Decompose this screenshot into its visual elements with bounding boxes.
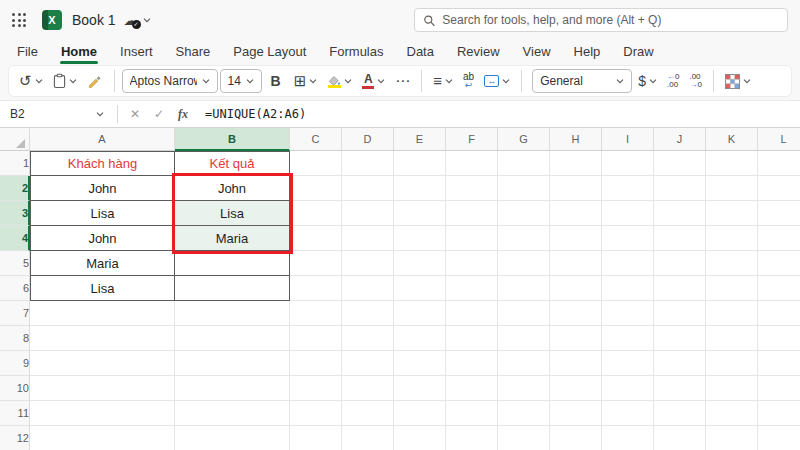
cell[interactable] [394, 426, 446, 450]
cell[interactable] [394, 351, 446, 376]
cell[interactable] [706, 176, 758, 201]
bold-button[interactable]: B [264, 70, 288, 92]
search-input[interactable] [442, 13, 779, 27]
currency-format-button[interactable]: $ [634, 70, 661, 92]
align-button[interactable]: ≡ [429, 70, 457, 92]
undo-button[interactable]: ↺ [15, 70, 47, 92]
tab-file[interactable]: File [16, 42, 39, 63]
row-header-4[interactable]: 4 [0, 226, 30, 251]
cell[interactable] [498, 326, 550, 351]
cell[interactable] [446, 151, 498, 176]
row-header-10[interactable]: 10 [0, 376, 30, 401]
tab-draw[interactable]: Draw [622, 42, 654, 63]
cell[interactable] [175, 351, 290, 376]
cell[interactable] [758, 376, 800, 401]
cell[interactable] [654, 301, 706, 326]
cell[interactable] [290, 326, 342, 351]
cell[interactable] [342, 376, 394, 401]
cell[interactable] [602, 151, 654, 176]
cell[interactable] [654, 226, 706, 251]
cell[interactable] [342, 351, 394, 376]
cell[interactable] [394, 401, 446, 426]
tab-view[interactable]: View [522, 42, 552, 63]
cell[interactable] [446, 401, 498, 426]
column-header-J[interactable]: J [654, 128, 706, 151]
chevron-down-icon[interactable] [377, 79, 385, 84]
app-launcher-waffle-icon[interactable] [12, 13, 26, 27]
cell[interactable] [654, 176, 706, 201]
tab-data[interactable]: Data [406, 42, 435, 63]
cell[interactable] [446, 301, 498, 326]
chevron-down-icon[interactable] [344, 79, 352, 84]
cell[interactable] [290, 301, 342, 326]
cell[interactable] [550, 201, 602, 226]
chevron-down-icon[interactable] [649, 79, 657, 84]
column-header-I[interactable]: I [602, 128, 654, 151]
cell[interactable] [602, 251, 654, 276]
more-font-options-button[interactable]: ⋯ [391, 70, 414, 92]
cell-A4[interactable]: John [30, 226, 175, 251]
search-box[interactable] [414, 8, 788, 32]
cell[interactable] [394, 251, 446, 276]
name-box[interactable]: B2 [0, 101, 112, 127]
cell[interactable] [446, 176, 498, 201]
increase-decimal-button[interactable]: .00→0 [685, 70, 705, 92]
cell[interactable] [550, 426, 602, 450]
cell[interactable] [602, 351, 654, 376]
chevron-down-icon[interactable] [309, 79, 317, 84]
cell[interactable] [706, 301, 758, 326]
cell[interactable] [654, 351, 706, 376]
cell[interactable] [758, 301, 800, 326]
column-header-G[interactable]: G [498, 128, 550, 151]
tab-review[interactable]: Review [456, 42, 501, 63]
cell[interactable] [758, 151, 800, 176]
cell-A6[interactable]: Lisa [30, 276, 175, 301]
cell[interactable] [550, 176, 602, 201]
cell[interactable] [290, 251, 342, 276]
cell[interactable] [394, 176, 446, 201]
cell[interactable] [394, 376, 446, 401]
row-header-7[interactable]: 7 [0, 301, 30, 326]
insert-function-fx-button[interactable]: fx [171, 107, 195, 122]
cell[interactable] [175, 301, 290, 326]
cell[interactable] [706, 276, 758, 301]
cell[interactable] [654, 201, 706, 226]
cell[interactable] [342, 201, 394, 226]
tab-share[interactable]: Share [175, 42, 212, 63]
row-header-8[interactable]: 8 [0, 326, 30, 351]
cell[interactable] [30, 326, 175, 351]
cell[interactable] [602, 426, 654, 450]
cell[interactable] [498, 401, 550, 426]
document-title[interactable]: Book 1 [72, 12, 116, 28]
conditional-formatting-button[interactable] [721, 71, 755, 92]
cell[interactable] [394, 201, 446, 226]
cell[interactable] [758, 276, 800, 301]
cell[interactable] [446, 201, 498, 226]
cell[interactable] [446, 226, 498, 251]
column-header-L[interactable]: L [758, 128, 800, 151]
cell[interactable] [498, 351, 550, 376]
cell[interactable] [550, 276, 602, 301]
cell[interactable] [175, 326, 290, 351]
column-header-D[interactable]: D [342, 128, 394, 151]
cell-B2[interactable]: John [175, 176, 290, 201]
cell[interactable] [498, 176, 550, 201]
cell-B4[interactable]: Maria [175, 226, 290, 251]
cell[interactable] [394, 151, 446, 176]
font-size-select[interactable]: 14 [220, 69, 262, 93]
cell[interactable] [498, 251, 550, 276]
cell[interactable] [550, 301, 602, 326]
cell[interactable] [498, 426, 550, 450]
cell[interactable] [342, 151, 394, 176]
cell[interactable] [758, 351, 800, 376]
cell-A1[interactable]: Khách hàng [30, 151, 175, 176]
tab-insert[interactable]: Insert [119, 42, 154, 63]
cell[interactable] [654, 326, 706, 351]
cell[interactable] [290, 401, 342, 426]
cell[interactable] [706, 326, 758, 351]
select-all-corner[interactable] [0, 128, 30, 151]
cell[interactable] [342, 401, 394, 426]
cell[interactable] [654, 426, 706, 450]
column-header-F[interactable]: F [446, 128, 498, 151]
number-format-select[interactable]: General [532, 69, 632, 93]
